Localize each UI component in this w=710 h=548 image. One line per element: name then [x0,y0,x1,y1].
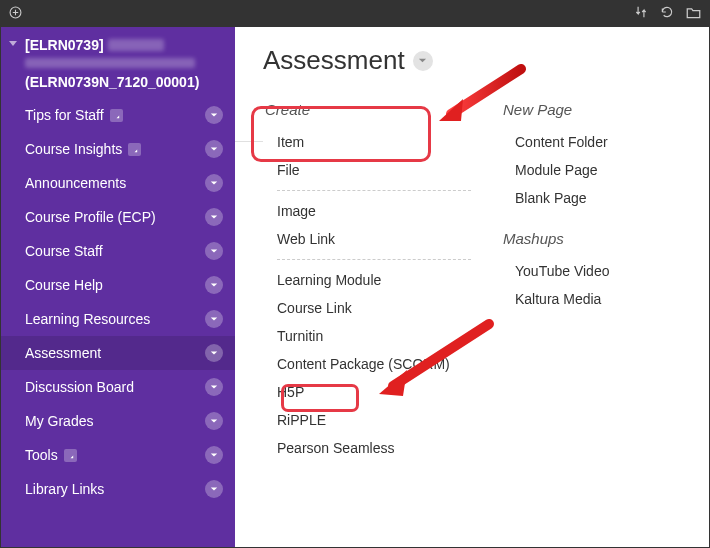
column-heading: Mashups [501,226,709,257]
menu-item-ripple[interactable]: RiPPLE [263,406,471,434]
menu-item-pearson-seamless[interactable]: Pearson Seamless [263,434,471,462]
chevron-down-icon [205,140,223,158]
chevron-down-icon [205,310,223,328]
content-area: Assessment Build Content Assessments Too… [235,27,709,547]
chevron-down-icon[interactable] [413,51,433,71]
external-link-icon [110,109,123,122]
chevron-down-icon [205,174,223,192]
page-title-text: Assessment [263,45,405,76]
chevron-down-icon [205,276,223,294]
sidebar-item-announcements[interactable]: Announcements [1,166,235,200]
menu-item-file[interactable]: File [263,156,471,184]
sidebar-item-label: Course Profile (ECP) [25,209,156,225]
divider [277,259,471,260]
page-title: Assessment [235,27,709,92]
create-column: Create Item File Image Web Link Learning… [263,97,471,462]
column-heading: New Page [501,97,709,128]
course-header[interactable]: [ELRN0739] (ELRN0739N_7120_00001) [1,27,235,98]
column-heading: Create [263,97,471,128]
sidebar-item-course-insights[interactable]: Course Insights [1,132,235,166]
sidebar-item-label: Discussion Board [25,379,134,395]
sidebar-item-discussion-board[interactable]: Discussion Board [1,370,235,404]
menu-item-blank-page[interactable]: Blank Page [501,184,709,212]
sidebar-item-label: Course Insights [25,141,122,157]
menu-item-course-link[interactable]: Course Link [263,294,471,322]
sidebar-item-label: Course Staff [25,243,103,259]
menu-item-image[interactable]: Image [263,197,471,225]
sidebar-item-library-links[interactable]: Library Links [1,472,235,506]
sidebar-item-tips-for-staff[interactable]: Tips for Staff [1,98,235,132]
sidebar-item-label: Assessment [25,345,101,361]
sidebar-item-label: My Grades [25,413,93,429]
menu-item-learning-module[interactable]: Learning Module [263,266,471,294]
course-sidebar: [ELRN0739] (ELRN0739N_7120_00001) Tips f… [1,27,235,547]
redacted-line [25,58,195,68]
sidebar-item-label: Announcements [25,175,126,191]
sidebar-item-course-staff[interactable]: Course Staff [1,234,235,268]
refresh-icon[interactable] [660,5,674,23]
sidebar-item-learning-resources[interactable]: Learning Resources [1,302,235,336]
menu-item-web-link[interactable]: Web Link [263,225,471,253]
chevron-down-icon [205,344,223,362]
redacted-text [108,39,164,51]
chevron-down-icon [205,480,223,498]
sidebar-item-label: Tools [25,447,58,463]
sidebar-item-assessment[interactable]: Assessment [1,336,235,370]
sidebar-item-label: Course Help [25,277,103,293]
external-link-icon [128,143,141,156]
sidebar-item-label: Library Links [25,481,104,497]
plus-icon[interactable] [9,5,22,23]
menu-item-h5p[interactable]: H5P [263,378,471,406]
sidebar-item-label: Tips for Staff [25,107,104,123]
sidebar-item-my-grades[interactable]: My Grades [1,404,235,438]
chevron-down-icon [205,208,223,226]
chevron-down-icon [205,242,223,260]
chevron-down-icon [205,446,223,464]
arrows-icon[interactable] [634,5,648,23]
divider [277,190,471,191]
menu-item-module-page[interactable]: Module Page [501,156,709,184]
menu-item-content-package-scorm[interactable]: Content Package (SCORM) [263,350,471,378]
folder-icon[interactable] [686,5,701,23]
sidebar-item-course-profile[interactable]: Course Profile (ECP) [1,200,235,234]
menu-item-item[interactable]: Item [263,128,471,156]
build-content-dropdown: Create Item File Image Web Link Learning… [263,89,709,482]
course-code-text: [ELRN0739] [25,37,104,53]
menu-item-kaltura-media[interactable]: Kaltura Media [501,285,709,313]
right-column: New Page Content Folder Module Page Blan… [501,97,709,462]
chevron-down-icon [205,412,223,430]
menu-item-content-folder[interactable]: Content Folder [501,128,709,156]
top-utility-bar [1,1,709,27]
course-identifier: (ELRN0739N_7120_00001) [25,74,223,90]
sidebar-item-course-help[interactable]: Course Help [1,268,235,302]
menu-item-turnitin[interactable]: Turnitin [263,322,471,350]
external-link-icon [64,449,77,462]
menu-item-youtube-video[interactable]: YouTube Video [501,257,709,285]
chevron-down-icon [205,106,223,124]
sidebar-item-label: Learning Resources [25,311,150,327]
chevron-down-icon [205,378,223,396]
sidebar-item-tools[interactable]: Tools [1,438,235,472]
